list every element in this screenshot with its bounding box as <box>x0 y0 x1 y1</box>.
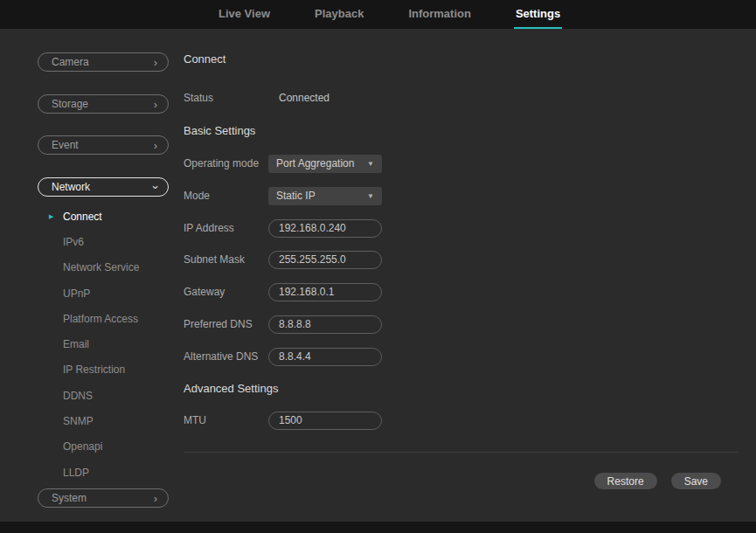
status-value: Connected <box>268 92 329 104</box>
section-title-connect: Connect <box>184 52 225 66</box>
tab-information[interactable]: Information <box>406 0 473 29</box>
mode-row: Mode Static IP ▼ <box>184 186 382 205</box>
active-item-triangle-icon: ▶ <box>49 213 53 220</box>
sidebar-item-label: IP Restriction <box>63 363 125 376</box>
sidebar-item-label: DDNS <box>63 390 93 402</box>
ip-address-input[interactable] <box>268 219 382 238</box>
sidebar-item-label: IPv6 <box>63 236 84 248</box>
mtu-row: MTU <box>184 411 382 430</box>
ip-address-row: IP Address <box>184 218 382 238</box>
subnet-mask-input[interactable] <box>268 251 382 269</box>
save-button[interactable]: Save <box>671 473 721 489</box>
sidebar-item-ddns[interactable]: DDNS <box>0 383 175 408</box>
preferred-dns-label: Preferred DNS <box>184 318 268 330</box>
operating-mode-select[interactable]: Port Aggregation ▼ <box>268 155 382 173</box>
chevron-right-icon: › <box>154 57 157 68</box>
caret-down-icon: ▼ <box>367 160 374 168</box>
sidebar-group-event[interactable]: Event › <box>38 135 169 155</box>
sidebar-item-openapi[interactable]: Openapi <box>0 434 175 460</box>
tab-playback[interactable]: Playback <box>313 0 365 29</box>
sidebar-item-label: UPnP <box>63 287 90 300</box>
sidebar-item-snmp[interactable]: SNMP <box>0 408 175 433</box>
tab-live-view[interactable]: Live View <box>217 0 272 29</box>
subnet-mask-label: Subnet Mask <box>184 253 268 266</box>
mode-label: Mode <box>184 190 268 202</box>
divider <box>184 452 739 453</box>
sidebar-group-network-label: Network <box>52 181 90 193</box>
sidebar-group-event-label: Event <box>52 139 79 151</box>
subnet-mask-row: Subnet Mask <box>184 250 382 269</box>
operating-mode-row: Operating mode Port Aggregation ▼ <box>184 154 382 173</box>
chevron-right-icon: › <box>154 493 157 504</box>
gateway-row: Gateway <box>184 282 382 301</box>
mtu-input[interactable] <box>268 412 382 430</box>
top-navigation-bar: Live View Playback Information Settings <box>0 0 756 29</box>
section-title-basic-settings: Basic Settings <box>184 124 255 137</box>
gateway-input[interactable] <box>268 283 382 301</box>
preferred-dns-input[interactable] <box>268 315 382 334</box>
sidebar-group-camera[interactable]: Camera › <box>38 52 169 72</box>
sidebar-item-lldp[interactable]: LLDP <box>0 460 175 485</box>
caret-down-icon: ▼ <box>367 192 374 200</box>
ip-address-label: IP Address <box>184 222 268 234</box>
status-row: Status Connected <box>184 88 329 107</box>
sidebar-group-camera-label: Camera <box>52 56 89 68</box>
alternative-dns-row: Alternative DNS <box>184 347 382 366</box>
operating-mode-selected-option: Port Aggregation <box>276 157 354 170</box>
sidebar-group-network[interactable]: Network › <box>38 177 169 197</box>
sidebar-item-platform-access[interactable]: Platform Access <box>0 306 175 331</box>
mode-selected-option: Static IP <box>276 190 316 202</box>
sidebar-group-system[interactable]: System › <box>38 488 169 508</box>
sidebar: Camera › Storage › Event › Network › ▶ C… <box>0 29 175 522</box>
sidebar-item-label: Connect <box>63 211 102 223</box>
sidebar-item-label: SNMP <box>63 415 94 427</box>
sidebar-group-system-label: System <box>52 492 87 504</box>
sidebar-item-network-service[interactable]: Network Service <box>0 255 175 280</box>
gateway-label: Gateway <box>184 286 268 298</box>
mode-select[interactable]: Static IP ▼ <box>268 187 382 205</box>
sidebar-item-ip-restriction[interactable]: IP Restriction <box>0 357 175 383</box>
top-tabs: Live View Playback Information Settings <box>217 0 562 29</box>
operating-mode-label: Operating mode <box>184 157 268 170</box>
sidebar-group-storage-label: Storage <box>52 98 88 110</box>
status-label: Status <box>184 92 268 104</box>
action-buttons: Restore Save <box>594 473 721 489</box>
sidebar-item-ipv6[interactable]: IPv6 <box>0 229 175 254</box>
preferred-dns-row: Preferred DNS <box>184 315 382 334</box>
sidebar-item-label: LLDP <box>63 467 89 479</box>
tab-settings[interactable]: Settings <box>514 0 562 29</box>
mtu-label: MTU <box>184 414 268 426</box>
main-content: Connect Status Connected Basic Settings … <box>175 29 756 522</box>
alternative-dns-input[interactable] <box>268 348 382 366</box>
sidebar-item-email[interactable]: Email <box>0 331 175 356</box>
sidebar-item-label: Openapi <box>63 440 102 453</box>
chevron-down-icon: › <box>149 185 161 189</box>
sidebar-group-storage[interactable]: Storage › <box>38 94 169 114</box>
chevron-right-icon: › <box>154 99 157 110</box>
sidebar-item-label: Network Service <box>63 261 139 273</box>
bottom-bar <box>0 522 756 533</box>
sidebar-item-upnp[interactable]: UPnP <box>0 280 175 306</box>
network-submenu: ▶ Connect IPv6 Network Service UPnP Plat… <box>0 204 175 485</box>
alternative-dns-label: Alternative DNS <box>184 350 268 363</box>
sidebar-item-connect[interactable]: ▶ Connect <box>0 204 175 229</box>
restore-button[interactable]: Restore <box>594 473 657 489</box>
chevron-right-icon: › <box>154 140 157 151</box>
sidebar-item-label: Email <box>63 338 89 350</box>
sidebar-item-label: Platform Access <box>63 313 138 325</box>
section-title-advanced-settings: Advanced Settings <box>184 382 278 395</box>
